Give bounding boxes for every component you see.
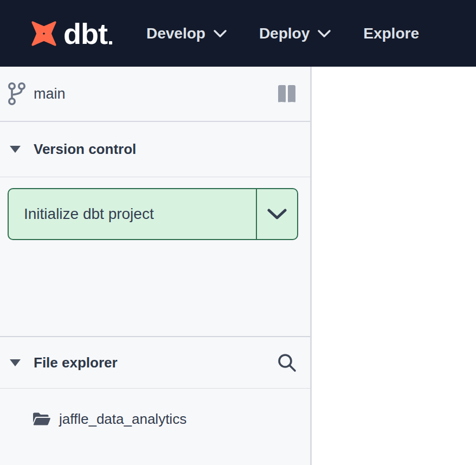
top-nav-bar: dbt Develop Deploy Explore	[0, 0, 476, 67]
docs-book-icon[interactable]	[276, 82, 297, 105]
current-branch-name[interactable]: main	[34, 86, 276, 102]
logo-trademark-dot	[109, 41, 112, 44]
file-tree-item-folder[interactable]: jaffle_data_analytics	[31, 404, 310, 434]
collapse-triangle-icon[interactable]	[10, 146, 21, 153]
nav-develop[interactable]: Develop	[146, 26, 227, 41]
branch-row: main	[0, 67, 310, 122]
file-tree-item-label: jaffle_data_analytics	[59, 411, 186, 428]
main-nav: Develop Deploy Explore	[146, 26, 419, 41]
git-branch-icon	[8, 81, 26, 106]
nav-explore[interactable]: Explore	[363, 26, 419, 41]
chevron-down-icon	[318, 29, 331, 38]
editor-empty-area	[312, 67, 476, 465]
initialize-project-button[interactable]: Initialize dbt project	[9, 189, 256, 239]
dbt-logo-text: dbt	[63, 19, 107, 48]
chevron-down-icon	[214, 29, 227, 38]
file-explorer-title: File explorer	[34, 354, 276, 371]
main-area: main Version control Initialize dbt proj…	[0, 67, 476, 465]
nav-explore-label: Explore	[363, 26, 419, 41]
version-control-body: Initialize dbt project	[0, 177, 310, 336]
nav-deploy[interactable]: Deploy	[259, 26, 331, 41]
initialize-project-split-button: Initialize dbt project	[8, 188, 298, 240]
search-icon[interactable]	[276, 352, 297, 373]
dbt-logo[interactable]: dbt	[30, 19, 107, 48]
dbt-logo-mark-icon	[30, 20, 58, 48]
folder-open-icon	[31, 411, 51, 427]
nav-deploy-label: Deploy	[259, 26, 310, 41]
collapse-triangle-icon[interactable]	[10, 359, 21, 366]
version-control-header[interactable]: Version control	[0, 122, 310, 177]
dbt-cloud-app: dbt Develop Deploy Explore	[0, 0, 476, 465]
sidebar: main Version control Initialize dbt proj…	[0, 67, 310, 465]
version-control-title: Version control	[34, 141, 297, 158]
file-explorer-header[interactable]: File explorer	[0, 336, 310, 389]
file-explorer-body: jaffle_data_analytics	[0, 389, 310, 465]
chevron-down-icon	[267, 208, 287, 220]
nav-develop-label: Develop	[146, 26, 205, 41]
initialize-project-dropdown-button[interactable]	[256, 189, 297, 239]
